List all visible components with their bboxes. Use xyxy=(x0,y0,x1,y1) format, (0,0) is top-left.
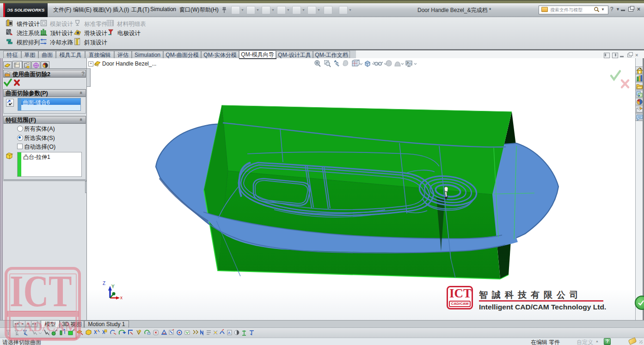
svg-text:Z: Z xyxy=(103,281,105,286)
svg-text:Y: Y xyxy=(111,284,115,289)
svg-text:x: x xyxy=(120,295,123,300)
svg-text:A: A xyxy=(228,331,231,335)
